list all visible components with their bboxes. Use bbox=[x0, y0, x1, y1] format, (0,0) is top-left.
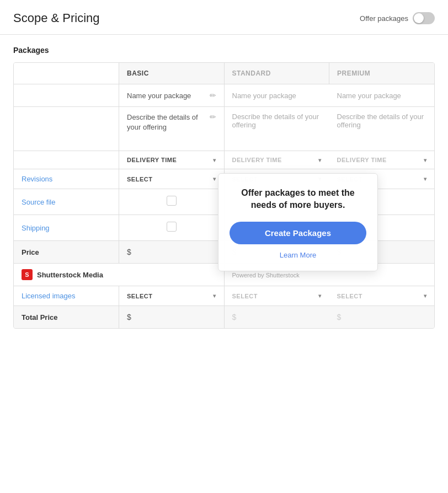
name-basic-cell[interactable]: Name your package ✏ bbox=[119, 84, 225, 107]
delivery-standard-select: DELIVERY TIME ▾ bbox=[225, 151, 329, 169]
price-label-cell: Price bbox=[14, 241, 119, 264]
total-basic-currency: $ bbox=[127, 313, 131, 321]
describe-premium-placeholder: Describe the details of your offering bbox=[337, 112, 424, 129]
header-standard: STANDARD bbox=[224, 63, 329, 84]
describe-standard-cell: Describe the details of your offering bbox=[224, 107, 329, 151]
page-header: Scope & Pricing Offer packages bbox=[0, 0, 448, 35]
delivery-row: DELIVERY TIME ▾ DELIVERY TIME ▾ DELIVERY… bbox=[14, 151, 434, 169]
revisions-basic-chevron: ▾ bbox=[213, 176, 216, 182]
revisions-premium-chevron: ▾ bbox=[424, 176, 427, 182]
create-packages-button[interactable]: Create Packages bbox=[230, 222, 366, 244]
name-input-area: Name your package ✏ bbox=[127, 91, 216, 100]
total-premium-currency: $ bbox=[337, 313, 342, 321]
licensed-premium-select: SELECT ▾ bbox=[329, 287, 435, 305]
total-label-cell: Total Price bbox=[14, 306, 119, 329]
name-row: Name your package ✏ Name your package Na… bbox=[14, 84, 434, 107]
licensed-standard-cell: SELECT ▾ bbox=[224, 286, 329, 306]
licensed-standard-chevron: ▾ bbox=[318, 293, 322, 299]
revisions-label: Revisions bbox=[22, 175, 52, 183]
revisions-label-cell: Revisions bbox=[14, 169, 119, 189]
offer-packages-popup: Offer packages to meet the needs of more… bbox=[218, 173, 378, 271]
shutterstock-name: Shutterstock Media bbox=[37, 271, 103, 279]
header-premium: PREMIUM bbox=[329, 63, 435, 84]
price-label: Price bbox=[22, 248, 39, 256]
total-standard-cell: $ bbox=[224, 306, 329, 329]
revisions-basic-label: SELECT bbox=[127, 176, 152, 183]
section-label: Packages bbox=[13, 46, 435, 55]
shutterstock-powered-text: Powered by Shutterstock bbox=[232, 272, 300, 278]
learn-more-link[interactable]: Learn More bbox=[280, 251, 316, 259]
shipping-label: Shipping bbox=[22, 224, 50, 232]
total-standard-currency: $ bbox=[232, 313, 237, 321]
licensed-basic-chevron: ▾ bbox=[213, 293, 216, 299]
shipping-basic-cell[interactable] bbox=[119, 215, 225, 241]
delivery-premium-select: DELIVERY TIME ▾ bbox=[329, 151, 435, 169]
shutterstock-inner: S Shutterstock Media bbox=[22, 269, 216, 280]
licensed-premium-cell: SELECT ▾ bbox=[329, 286, 435, 306]
name-edit-icon[interactable]: ✏ bbox=[210, 91, 216, 100]
source-label-cell: Source file bbox=[14, 189, 119, 215]
header-basic: BASIC bbox=[119, 63, 225, 84]
source-label: Source file bbox=[22, 198, 55, 206]
delivery-premium-cell: DELIVERY TIME ▾ bbox=[329, 151, 435, 169]
describe-premium-cell: Describe the details of your offering bbox=[329, 107, 435, 151]
packages-section: Packages BASIC STANDARD PREMIUM bbox=[0, 35, 448, 340]
revisions-basic-select[interactable]: SELECT ▾ bbox=[119, 170, 224, 188]
price-basic-currency: $ bbox=[127, 248, 131, 256]
name-placeholder: Name your package bbox=[127, 92, 191, 100]
licensed-label-cell: Licensed images bbox=[14, 286, 119, 306]
licensed-premium-label: SELECT bbox=[337, 293, 362, 299]
total-premium-cell: $ bbox=[329, 306, 435, 329]
total-row: Total Price $ $ $ bbox=[14, 306, 434, 329]
toggle-label: Offer packages bbox=[360, 14, 408, 23]
total-label: Total Price bbox=[22, 313, 58, 321]
licensed-basic-label: SELECT bbox=[127, 293, 152, 299]
source-basic-checkbox[interactable] bbox=[167, 196, 177, 206]
describe-placeholder: Describe the details of your offering bbox=[127, 112, 210, 132]
header-label-cell bbox=[14, 63, 119, 84]
delivery-standard-chevron: ▾ bbox=[318, 157, 322, 163]
table-header-row: BASIC STANDARD PREMIUM bbox=[14, 63, 434, 84]
licensed-standard-label: SELECT bbox=[232, 293, 258, 299]
source-basic-cell[interactable] bbox=[119, 189, 225, 215]
shipping-basic-checkbox[interactable] bbox=[167, 222, 177, 232]
name-standard-placeholder: Name your package bbox=[232, 92, 296, 100]
delivery-basic-label: DELIVERY TIME bbox=[127, 157, 177, 163]
describe-standard-placeholder: Describe the details of your offering bbox=[232, 112, 319, 129]
describe-edit-icon[interactable]: ✏ bbox=[210, 112, 216, 121]
name-label-cell bbox=[14, 84, 119, 107]
describe-basic-cell[interactable]: Describe the details of your offering ✏ bbox=[119, 107, 225, 151]
total-basic-cell[interactable]: $ bbox=[119, 306, 225, 329]
shutterstock-icon: S bbox=[22, 269, 33, 280]
shipping-label-cell: Shipping bbox=[14, 215, 119, 241]
describe-area: Describe the details of your offering ✏ bbox=[127, 112, 216, 132]
delivery-premium-label: DELIVERY TIME bbox=[337, 157, 387, 163]
name-standard-cell: Name your package bbox=[224, 84, 329, 107]
name-premium-cell: Name your package bbox=[329, 84, 435, 107]
licensed-row: Licensed images SELECT ▾ SELECT ▾ bbox=[14, 286, 434, 306]
delivery-basic-cell[interactable]: DELIVERY TIME ▾ bbox=[119, 151, 225, 169]
revisions-basic-cell[interactable]: SELECT ▾ bbox=[119, 169, 225, 189]
delivery-standard-label: DELIVERY TIME bbox=[232, 157, 282, 163]
licensed-basic-cell[interactable]: SELECT ▾ bbox=[119, 286, 225, 306]
licensed-premium-chevron: ▾ bbox=[424, 293, 427, 299]
delivery-basic-chevron: ▾ bbox=[213, 157, 216, 163]
price-basic-cell[interactable]: $ bbox=[119, 241, 225, 264]
name-premium-placeholder: Name your package bbox=[337, 92, 401, 100]
offer-packages-toggle-container: Offer packages bbox=[360, 12, 435, 24]
describe-row: Describe the details of your offering ✏ … bbox=[14, 107, 434, 151]
licensed-standard-select: SELECT ▾ bbox=[225, 287, 329, 305]
packages-table-wrapper: BASIC STANDARD PREMIUM Name your package… bbox=[13, 62, 435, 329]
delivery-label-cell bbox=[14, 151, 119, 169]
shutterstock-label-cell: S Shutterstock Media bbox=[14, 264, 224, 286]
delivery-standard-cell: DELIVERY TIME ▾ bbox=[224, 151, 329, 169]
offer-packages-toggle[interactable] bbox=[413, 12, 435, 24]
licensed-label: Licensed images bbox=[22, 292, 76, 300]
popup-text: Offer packages to meet the needs of more… bbox=[230, 187, 366, 212]
delivery-basic-select[interactable]: DELIVERY TIME ▾ bbox=[119, 151, 224, 169]
page-title: Scope & Pricing bbox=[13, 11, 100, 25]
licensed-basic-select[interactable]: SELECT ▾ bbox=[119, 287, 224, 305]
delivery-premium-chevron: ▾ bbox=[424, 157, 427, 163]
describe-label-cell bbox=[14, 107, 119, 151]
